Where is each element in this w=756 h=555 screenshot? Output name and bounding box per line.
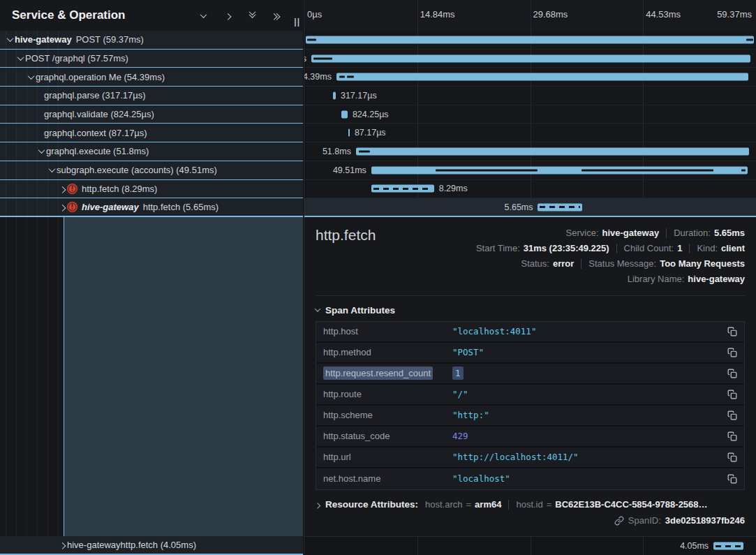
child-span-mark — [359, 150, 370, 152]
operation-name: http.fetch (5.65ms) — [143, 202, 218, 212]
span-bar[interactable] — [333, 91, 336, 99]
copy-icon[interactable] — [725, 390, 737, 399]
duration-label: 51.8ms — [323, 147, 351, 156]
operation-name: graphql.operation Me (54.39ms) — [36, 72, 165, 82]
span-bar[interactable] — [371, 185, 434, 193]
tree-row-bottom[interactable]: hive-gatewayhttp.fetch (4.05ms) — [0, 536, 303, 555]
timeline-row[interactable]: 824.25µs — [304, 105, 756, 124]
operation-name: POST /graphql (57.57ms) — [25, 53, 128, 64]
meta-divider — [581, 259, 581, 269]
meta-value: hive-gateway — [602, 228, 660, 238]
duration-label: 49.51ms — [333, 165, 366, 175]
copy-icon[interactable] — [725, 474, 737, 484]
bar-dash-pattern — [540, 206, 580, 208]
tree-row[interactable]: graphql.context (87.17µs) — [0, 124, 303, 142]
span-attributes-heading: Span Attributes — [325, 305, 395, 316]
attribute-row: net.host.name"localhost" — [316, 468, 744, 489]
chevron-right-icon[interactable] — [58, 186, 67, 191]
span-id-value: 3de02518937fb246 — [665, 515, 745, 526]
timeline-row[interactable]: 87.17µs — [304, 124, 756, 142]
attribute-value: 1 — [452, 368, 725, 378]
service-name: hive-gateway — [67, 540, 121, 550]
tree-row[interactable]: graphql.validate (824.25µs) — [0, 105, 303, 124]
span-bar[interactable] — [348, 129, 350, 137]
chevron-right-icon[interactable] — [58, 205, 67, 209]
tree-row[interactable]: !hive-gatewayhttp.fetch (5.65ms) — [0, 198, 303, 217]
operation-name: graphql.parse (317.17µs) — [44, 90, 146, 101]
tree-row[interactable]: POST /graphql (57.57ms) — [0, 50, 303, 68]
chevron-down-icon[interactable] — [27, 75, 36, 80]
selected-span-region[interactable] — [64, 217, 303, 536]
span-attributes-toggle[interactable]: Span Attributes — [316, 305, 745, 316]
span-bar[interactable] — [341, 110, 348, 118]
tree-row[interactable]: graphql.execute (51.8ms) — [0, 142, 303, 161]
expand-all-icon[interactable] — [271, 10, 282, 21]
timeline-row[interactable]: 54.39ms — [304, 68, 756, 87]
timeline-row[interactable] — [304, 31, 756, 50]
span-bar[interactable] — [538, 203, 582, 211]
attribute-row: http.method"POST" — [316, 343, 744, 364]
timeline-row[interactable]: 5.65ms — [304, 198, 756, 217]
operation-name: POST (59.37ms) — [76, 34, 144, 45]
tree-row[interactable]: subgraph.execute (accounts) (49.51ms) — [0, 161, 303, 180]
operation-name: graphql.validate (824.25µs) — [44, 109, 154, 119]
resource-attributes-row[interactable]: Resource Attributes: host.arch=arm64host… — [316, 499, 745, 510]
attribute-value: "localhost" — [452, 473, 725, 484]
child-span-mark — [307, 38, 316, 40]
timeline-row[interactable]: 8.29ms — [304, 180, 756, 199]
tree-row[interactable]: graphql.operation Me (54.39ms) — [0, 68, 303, 87]
span-bar[interactable] — [306, 36, 754, 43]
chevron-down-icon[interactable] — [47, 168, 57, 172]
copy-icon[interactable] — [725, 327, 737, 336]
copy-icon[interactable] — [725, 452, 737, 462]
operation-name: graphql.context (87.17µs) — [44, 128, 147, 138]
chevron-down-icon[interactable] — [6, 37, 15, 42]
attribute-row: http.scheme"http:" — [316, 406, 744, 427]
duration-label: 57.57ms — [304, 54, 306, 64]
tree-row[interactable]: graphql.parse (317.17µs) — [0, 87, 303, 105]
timeline-row[interactable]: 51.8ms — [304, 142, 756, 161]
timeline-row[interactable]: 317.17µs — [304, 87, 756, 105]
timeline-row[interactable]: 49.51ms — [304, 161, 756, 180]
meta-label: Status: — [521, 258, 549, 269]
timeline-row-bottom[interactable]: 4.05ms — [304, 536, 756, 555]
timeline-tick-label: 14.84ms — [420, 9, 455, 20]
copy-icon[interactable] — [725, 410, 737, 420]
span-bar[interactable] — [336, 73, 748, 81]
span-bar[interactable] — [713, 542, 743, 550]
span-bar[interactable] — [356, 147, 749, 155]
chevron-down-icon[interactable] — [16, 56, 25, 61]
duration-label: 824.25µs — [353, 110, 389, 119]
copy-icon[interactable] — [725, 369, 737, 378]
link-icon[interactable] — [614, 516, 624, 526]
chevron-down-icon — [315, 306, 320, 312]
expand-one-icon[interactable] — [222, 10, 233, 21]
copy-icon[interactable] — [725, 431, 737, 441]
duration-label: 4.05ms — [680, 541, 709, 551]
attribute-key: http.request.resend_count — [323, 368, 452, 378]
attribute-key: http.host — [323, 326, 452, 336]
child-span-mark — [347, 76, 353, 78]
meta-value: Too Many Requests — [660, 258, 745, 269]
collapse-one-icon[interactable] — [198, 10, 209, 21]
span-detail-panel: http.fetch Service:hive-gatewayDuration:… — [304, 217, 756, 536]
panel-resize-handle[interactable]: || — [294, 17, 300, 27]
error-icon: ! — [67, 202, 77, 212]
chevron-right-icon[interactable] — [58, 542, 67, 547]
timeline-row[interactable]: 57.57ms — [304, 50, 756, 68]
span-bar[interactable] — [311, 54, 750, 62]
chevron-down-icon[interactable] — [37, 149, 46, 154]
resource-value: BC62E13B-C4CC-5854-9788-2568… — [555, 499, 707, 510]
copy-icon[interactable] — [725, 348, 737, 357]
ruler-gridlines — [304, 0, 756, 31]
tree-row[interactable]: hive-gatewayPOST (59.37ms) — [0, 31, 303, 50]
tree-row[interactable]: !http.fetch (8.29ms) — [0, 180, 303, 199]
attribute-value: "http://localhost:4011/" — [452, 452, 725, 462]
attribute-value: "localhost:4011" — [452, 326, 725, 336]
attribute-key: net.host.name — [323, 473, 452, 484]
timeline-tick-label: 59.37ms — [717, 9, 752, 20]
meta-line: Start Time:31ms (23:35:49.225)Child Coun… — [476, 241, 745, 256]
collapse-all-icon[interactable] — [246, 10, 258, 21]
meta-line: Status:errorStatus Message:Too Many Requ… — [521, 256, 746, 272]
attribute-key: http.method — [323, 347, 452, 357]
